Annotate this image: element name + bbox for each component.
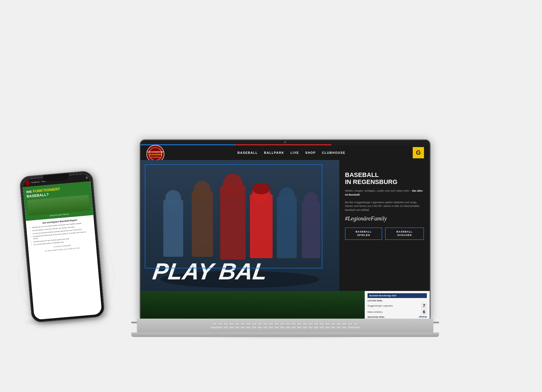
key <box>252 323 257 325</box>
scoreboard: Baseball Bundesliga Süd LETZTES SPIEL Gu… <box>365 291 430 319</box>
score-next-row: NÄCHSTES SPIEL MEHR ▶ <box>368 316 427 318</box>
laptop-device: GUGGENBERGER LEGIONÄRE REGENSBURG BASEBA… <box>131 139 439 337</box>
site-bottom: Baseball Bundesliga Süd LETZTES SPIEL Gu… <box>141 291 430 319</box>
key <box>212 323 217 325</box>
phone-hero: WIE FUNKTIONIERT BASEBALL? Schau Dir uns… <box>23 181 93 221</box>
key <box>274 326 279 329</box>
hero-players-bg: PLAY BAL <box>141 160 339 291</box>
key-enter <box>348 326 360 329</box>
laptop-top-bar <box>141 140 430 144</box>
svg-point-17 <box>279 187 295 204</box>
phone-body-content: Die wichtigsten Baseball-Regeln Baseball… <box>26 215 97 255</box>
phone-device: BASEBALL BALLPARK LIVE ☰ WIE FUNKTIONIER… <box>19 170 105 323</box>
hero-description: Werfen, Fangen, Schlagen, Laufen und noc… <box>345 189 424 212</box>
key <box>257 323 262 325</box>
phone-body: BASEBALL BALLPARK LIVE ☰ WIE FUNKTIONIER… <box>19 170 105 323</box>
laptop-screen: GUGGENBERGER LEGIONÄRE REGENSBURG BASEBA… <box>141 144 430 319</box>
hero-title-baseball: BASEBALL <box>345 171 424 178</box>
hero-btn-spielen[interactable]: BASEBALL SPIELEN <box>345 227 382 240</box>
key <box>353 323 358 325</box>
score-league: Baseball Bundesliga Süd <box>368 293 427 298</box>
laptop-bottom-edge <box>131 332 439 337</box>
key <box>302 326 307 329</box>
key <box>246 323 251 325</box>
key <box>268 323 274 325</box>
svg-rect-11 <box>220 186 246 259</box>
hero-hashtag: #LegionäreFamily <box>345 215 424 222</box>
nav-clubhouse[interactable]: CLUBHOUSE <box>322 151 346 154</box>
key <box>325 323 330 325</box>
key <box>308 323 313 325</box>
laptop-screen-outer: GUGGENBERGER LEGIONÄRE REGENSBURG BASEBA… <box>140 139 430 320</box>
svg-text:LEGIONÄRE: LEGIONÄRE <box>148 153 162 156</box>
keyboard-row-1 <box>212 323 358 325</box>
key <box>223 323 228 325</box>
svg-text:PLAY BAL: PLAY BAL <box>151 258 269 284</box>
key <box>314 326 319 329</box>
score-num2: 6 <box>421 309 427 315</box>
key <box>297 326 302 329</box>
nav-links: BASEBALL BALLPARK LIVE SHOP CLUBHOUSE <box>170 151 413 154</box>
key <box>297 323 302 325</box>
key <box>285 326 290 329</box>
svg-point-10 <box>194 181 211 199</box>
key <box>308 326 313 329</box>
score-next-label: NÄCHSTES SPIEL <box>368 316 385 318</box>
svg-point-19 <box>303 192 318 208</box>
key <box>229 323 234 325</box>
svg-rect-13 <box>250 194 272 258</box>
svg-rect-9 <box>192 191 213 257</box>
nav-ballpark[interactable]: BALLPARK <box>264 151 284 154</box>
hero-players-section: PLAY BAL <box>141 160 339 291</box>
phone-wie: WIE <box>26 190 32 194</box>
key <box>268 326 274 329</box>
key <box>263 326 268 329</box>
key <box>319 323 324 325</box>
laptop-camera <box>284 141 286 143</box>
key <box>291 323 296 325</box>
nav-live[interactable]: LIVE <box>290 151 299 154</box>
laptop-base <box>131 319 439 337</box>
score-team2: Mainz Athletics <box>368 311 383 313</box>
hero-right-panel: BASEBALL IN REGENSBURG Werfen, Fangen, S… <box>339 160 430 291</box>
key <box>246 326 251 329</box>
key <box>285 323 290 325</box>
laptop-keyboard <box>137 319 433 333</box>
key <box>336 326 341 329</box>
players-image: PLAY BAL <box>141 160 339 291</box>
svg-point-15 <box>252 183 270 194</box>
key <box>342 326 347 329</box>
key <box>325 326 330 329</box>
bottom-images <box>141 291 365 319</box>
key-tab <box>210 326 223 329</box>
key <box>274 323 279 325</box>
key <box>235 323 240 325</box>
scene: GUGGENBERGER LEGIONÄRE REGENSBURG BASEBA… <box>0 0 542 392</box>
key <box>331 326 336 329</box>
phone-hamburger-icon[interactable]: ☰ <box>86 176 88 179</box>
key <box>263 323 268 325</box>
svg-point-8 <box>165 190 181 207</box>
hero-buttons: BASEBALL SPIELEN BASEBALL SCHAUEN <box>345 227 424 240</box>
key <box>336 323 341 325</box>
nav-shop[interactable]: SHOP <box>305 151 316 154</box>
key <box>280 326 285 329</box>
score-team2-row: Mainz Athletics 6 <box>368 309 427 315</box>
nav-baseball[interactable]: BASEBALL <box>237 151 258 154</box>
key <box>240 323 245 325</box>
svg-text:GUGGENBERGER: GUGGENBERGER <box>147 151 163 153</box>
score-team1-row: Guggenberger Legionäre 7 <box>368 303 427 308</box>
phone-screen: BASEBALL BALLPARK LIVE ☰ WIE FUNKTIONIER… <box>22 173 102 320</box>
score-last-label: LETZTES SPIEL <box>368 300 427 302</box>
key <box>319 326 324 329</box>
phone-content: BASEBALL BALLPARK LIVE ☰ WIE FUNKTIONIER… <box>22 173 102 320</box>
key <box>257 326 262 329</box>
score-team1: Guggenberger Legionäre <box>368 305 393 307</box>
phone-nav-baseball[interactable]: BASEBALL <box>32 181 41 183</box>
hero-btn-schauen[interactable]: BASEBALL SCHAUEN <box>385 227 424 240</box>
key <box>240 326 245 329</box>
hero-title-regensburg: IN REGENSBURG <box>345 178 424 186</box>
key <box>331 323 336 325</box>
score-next-link[interactable]: MEHR ▶ <box>419 316 427 318</box>
key <box>314 323 319 325</box>
